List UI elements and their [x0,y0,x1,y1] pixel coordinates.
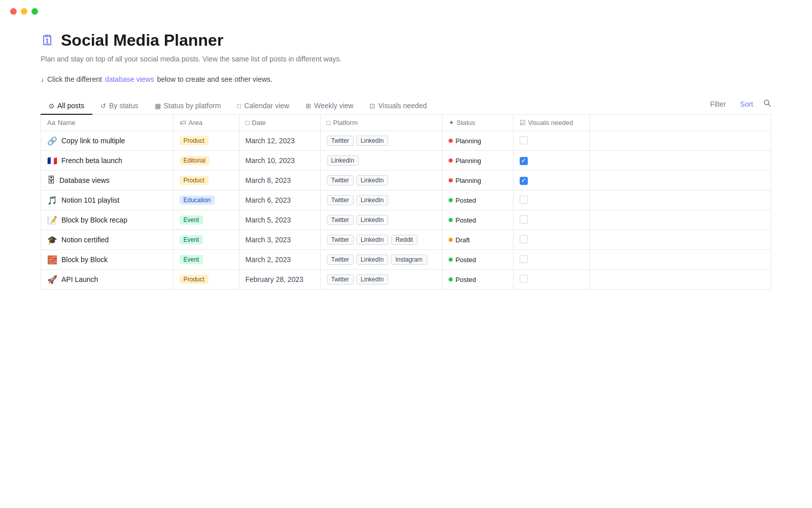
platform-tag[interactable]: LinkedIn [327,155,359,166]
platform-tag[interactable]: LinkedIn [356,175,388,185]
close-button[interactable] [10,8,17,15]
filter-button[interactable]: Filter [706,98,730,110]
platform-tag[interactable]: Twitter [327,215,354,225]
row-7-extra [589,270,771,290]
platform-tag[interactable]: LinkedIn [356,274,388,284]
row-2-visuals [513,171,589,190]
row-0-name[interactable]: 🔗Copy link to multiple [41,131,173,151]
platform-tag[interactable]: Twitter [327,255,354,265]
visuals-checkbox[interactable] [520,157,528,165]
platform-tag[interactable]: Twitter [327,195,354,205]
row-name-text: French beta launch [61,156,122,165]
status-cell: Posted [449,197,507,204]
tab-weekly-view-label: Weekly view [314,102,354,110]
row-0-extra [589,131,771,151]
page-header: 🗓 Social Media Planner [41,31,771,50]
visuals-checkbox[interactable] [520,275,528,283]
tab-visuals-needed[interactable]: ⊡ Visuals needed [361,98,434,115]
table-row[interactable]: 🚀API LaunchProductFebruary 28, 2023Twitt… [41,270,771,290]
platform-tag[interactable]: LinkedIn [356,195,388,205]
hint-row: ↓ Click the different database views bel… [41,75,771,83]
status-dot [449,158,453,163]
platform-tag[interactable]: Twitter [327,136,354,146]
platform-tag[interactable]: LinkedIn [356,215,388,225]
row-4-name[interactable]: 📝Block by Block recap [41,210,173,230]
row-1-date: March 10, 2023 [239,151,320,171]
visuals-checkbox[interactable] [520,235,528,243]
row-5-visuals [513,230,589,250]
table-row[interactable]: 🔗Copy link to multipleProductMarch 12, 2… [41,131,771,151]
row-5-status: Draft [442,230,513,250]
status-label: Planning [456,137,482,145]
table-row[interactable]: 📝Block by Block recapEventMarch 5, 2023T… [41,210,771,230]
table-row[interactable]: 🧱Block by BlockEventMarch 2, 2023Twitter… [41,250,771,270]
platform-tag[interactable]: LinkedIn [356,235,388,245]
col-header-platform: □ Platform [320,115,442,131]
row-1-platform: LinkedIn [320,151,442,171]
platform-col-icon: □ [327,119,331,126]
calendar-view-icon: □ [237,102,241,110]
table-row[interactable]: 🎓Notion certifiedEventMarch 3, 2023Twitt… [41,230,771,250]
row-1-area: Editorial [173,151,239,171]
table-row[interactable]: 🇫🇷French beta launchEditorialMarch 10, 2… [41,151,771,171]
date-col-icon: □ [246,119,250,126]
tab-weekly-view[interactable]: ⊞ Weekly view [297,98,362,115]
row-name-text: Notion certified [61,236,109,244]
status-cell: Draft [449,236,507,244]
row-0-platform: TwitterLinkedIn [320,131,442,151]
search-button[interactable] [763,99,771,109]
name-col-icon: Aa [47,119,55,126]
tab-all-posts[interactable]: ⊙ All posts [41,98,92,115]
row-6-date: March 2, 2023 [239,250,320,270]
area-badge: Product [180,275,209,284]
row-3-platform: TwitterLinkedIn [320,190,442,210]
row-0-area: Product [173,131,239,151]
page-icon: 🗓 [41,32,55,49]
status-dot [449,198,453,202]
status-dot [449,238,453,242]
col-header-extra [589,115,771,131]
platform-tag[interactable]: Twitter [327,175,354,185]
status-cell: Posted [449,216,507,224]
row-emoji: 🎓 [47,235,57,245]
tab-all-posts-label: All posts [57,102,84,110]
maximize-button[interactable] [31,8,38,15]
visuals-checkbox[interactable] [520,215,528,224]
tab-by-status[interactable]: ↺ By status [92,98,147,115]
visuals-checkbox[interactable] [520,136,528,144]
row-6-name[interactable]: 🧱Block by Block [41,250,173,270]
area-badge: Event [180,255,204,264]
row-3-name[interactable]: 🎵Notion 101 playlist [41,190,173,210]
visuals-checkbox[interactable] [520,177,528,185]
status-by-platform-icon: ▦ [155,102,161,110]
table-row[interactable]: 🎵Notion 101 playlistEducationMarch 6, 20… [41,190,771,210]
platform-tag[interactable]: LinkedIn [356,136,388,146]
row-1-name[interactable]: 🇫🇷French beta launch [41,151,173,171]
visuals-checkbox[interactable] [520,196,528,204]
visuals-checkbox[interactable] [520,255,528,263]
row-7-name[interactable]: 🚀API Launch [41,270,173,290]
row-2-platform: TwitterLinkedIn [320,171,442,190]
tab-calendar-view[interactable]: □ Calendar view [229,98,297,115]
row-name-text: Notion 101 playlist [61,196,119,204]
platform-tag[interactable]: Twitter [327,235,354,245]
platform-tag[interactable]: Instagram [391,255,427,265]
platform-tag[interactable]: LinkedIn [356,255,388,265]
database-views-link[interactable]: database views [105,75,154,83]
row-5-extra [589,230,771,250]
row-6-visuals [513,250,589,270]
status-label: Posted [456,216,476,224]
page-title: Social Media Planner [61,31,223,50]
row-2-name[interactable]: 🗄Database views [41,171,173,190]
platform-tag[interactable]: Twitter [327,274,354,284]
sort-button[interactable]: Sort [736,98,757,110]
row-2-extra [589,171,771,190]
row-5-name[interactable]: 🎓Notion certified [41,230,173,250]
table-row[interactable]: 🗄Database viewsProductMarch 8, 2023Twitt… [41,171,771,190]
minimize-button[interactable] [21,8,27,15]
row-3-date: March 6, 2023 [239,190,320,210]
tabs-bar: ⊙ All posts ↺ By status ▦ Status by plat… [41,98,771,115]
platform-tag[interactable]: Reddit [391,235,418,245]
tab-status-by-platform[interactable]: ▦ Status by platform [147,98,229,115]
titlebar [0,0,812,15]
